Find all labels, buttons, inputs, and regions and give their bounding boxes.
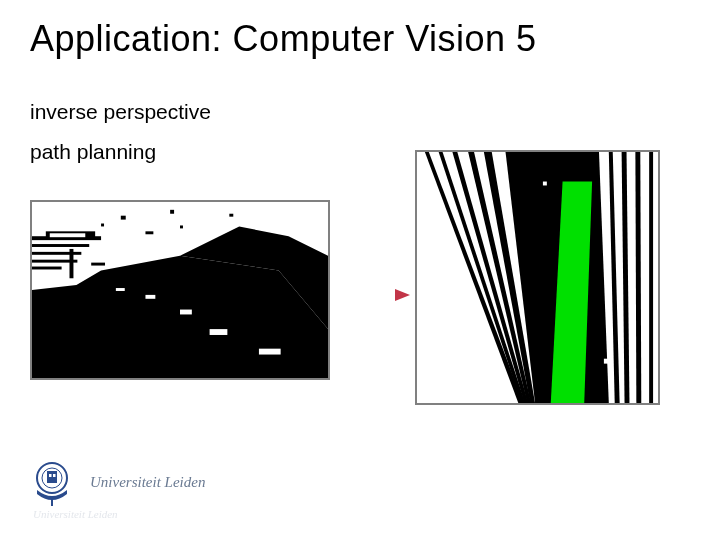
slide: Application: Computer Vision 5 inverse p… [0,0,720,540]
svg-rect-17 [170,210,174,214]
university-name-shadow: Universiteit Leiden [33,508,118,520]
svg-rect-40 [543,182,547,186]
bullet-inverse-perspective: inverse perspective [30,100,211,124]
svg-rect-3 [210,329,228,335]
svg-rect-16 [121,216,126,220]
svg-marker-37 [649,152,653,403]
svg-rect-4 [180,310,192,315]
slide-title: Application: Computer Vision 5 [30,18,537,60]
svg-rect-18 [229,214,233,217]
image-perspective [30,200,330,380]
svg-marker-25 [395,289,410,301]
university-name: Universiteit Leiden [90,474,205,491]
image-inverse-perspective [415,150,660,405]
svg-rect-39 [604,359,610,364]
svg-rect-23 [109,270,119,273]
svg-rect-21 [145,231,153,234]
svg-rect-11 [32,252,81,255]
arrow-icon [340,285,410,305]
svg-rect-13 [32,267,62,270]
university-seal-icon [28,460,76,508]
svg-rect-45 [53,474,56,477]
svg-rect-10 [32,244,89,247]
bullet-path-planning: path planning [30,140,156,164]
svg-rect-6 [145,295,155,299]
svg-rect-15 [50,233,86,237]
svg-marker-36 [635,152,641,403]
svg-rect-5 [259,349,281,355]
svg-rect-12 [32,260,77,263]
university-logo: Universiteit Leiden Universiteit Leiden [28,460,288,520]
svg-rect-22 [91,263,105,266]
svg-rect-7 [116,288,125,291]
svg-rect-19 [180,225,183,228]
svg-rect-44 [49,474,52,477]
svg-rect-20 [101,224,104,227]
